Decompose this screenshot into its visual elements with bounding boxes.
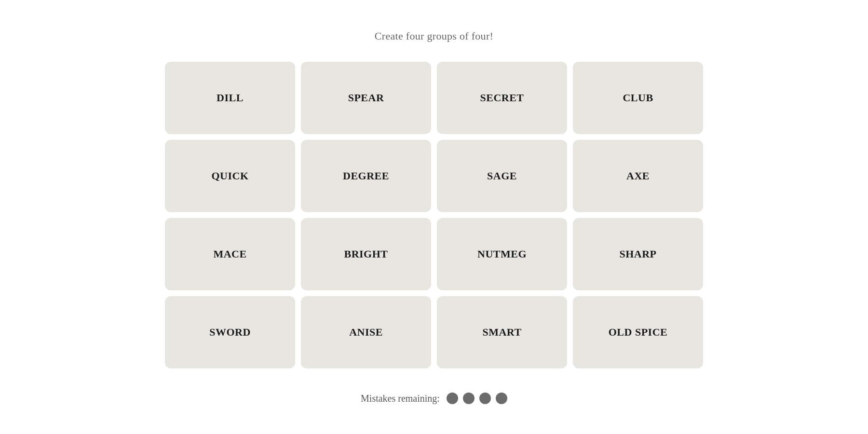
tile-label-old-spice: OLD SPICE	[604, 321, 672, 343]
tile-label-quick: QUICK	[206, 165, 253, 187]
tile-label-axe: AXE	[622, 165, 654, 187]
mistake-dots	[447, 393, 507, 404]
tile-sharp[interactable]: SHARP	[573, 218, 703, 290]
tile-sword[interactable]: SWORD	[165, 296, 295, 368]
tile-label-club: CLUB	[618, 87, 658, 109]
tile-dill[interactable]: DILL	[165, 62, 295, 134]
tile-label-dill: DILL	[212, 87, 248, 109]
tile-label-nutmeg: NUTMEG	[473, 243, 531, 265]
tile-label-secret: SECRET	[475, 87, 529, 109]
tile-label-sharp: SHARP	[614, 243, 661, 265]
mistakes-row: Mistakes remaining:	[361, 393, 507, 404]
tile-quick[interactable]: QUICK	[165, 140, 295, 212]
tile-smart[interactable]: SMART	[437, 296, 567, 368]
tile-old-spice[interactable]: OLD SPICE	[573, 296, 703, 368]
tile-axe[interactable]: AXE	[573, 140, 703, 212]
mistake-dot-4	[496, 393, 507, 404]
word-grid: DILLSPEARSECRETCLUBQUICKDEGREESAGEAXEMAC…	[165, 62, 703, 368]
tile-label-sword: SWORD	[204, 321, 256, 343]
tile-label-bright: BRIGHT	[339, 243, 393, 265]
mistake-dot-2	[463, 393, 475, 404]
tile-club[interactable]: CLUB	[573, 62, 703, 134]
tile-spear[interactable]: SPEAR	[301, 62, 431, 134]
mistake-dot-3	[479, 393, 491, 404]
tile-label-mace: MACE	[208, 243, 251, 265]
tile-label-smart: SMART	[477, 321, 526, 343]
game-subtitle: Create four groups of four!	[375, 30, 493, 42]
tile-label-anise: ANISE	[344, 321, 388, 343]
tile-bright[interactable]: BRIGHT	[301, 218, 431, 290]
tile-anise[interactable]: ANISE	[301, 296, 431, 368]
tile-nutmeg[interactable]: NUTMEG	[437, 218, 567, 290]
tile-mace[interactable]: MACE	[165, 218, 295, 290]
tile-sage[interactable]: SAGE	[437, 140, 567, 212]
tile-secret[interactable]: SECRET	[437, 62, 567, 134]
tile-label-sage: SAGE	[482, 165, 522, 187]
tile-label-spear: SPEAR	[343, 87, 389, 109]
tile-degree[interactable]: DEGREE	[301, 140, 431, 212]
mistakes-label: Mistakes remaining:	[361, 393, 440, 404]
mistake-dot-1	[447, 393, 458, 404]
tile-label-degree: DEGREE	[338, 165, 394, 187]
